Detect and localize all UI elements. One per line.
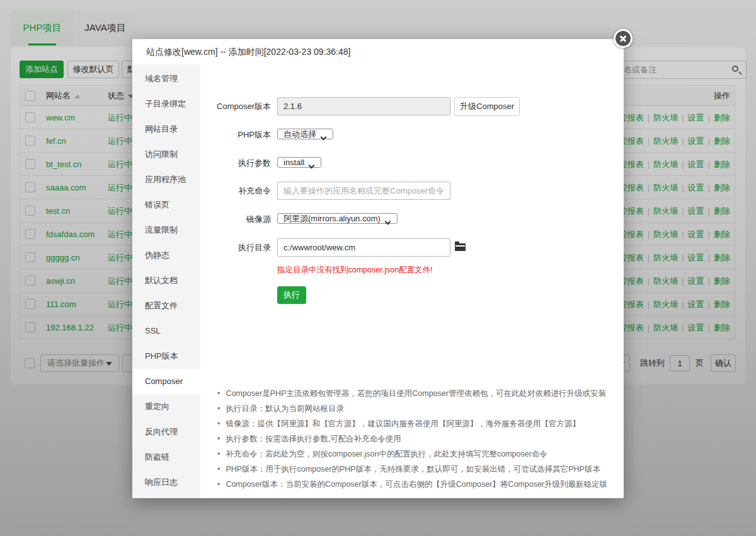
note-item: PHP版本：用于执行composer的PHP版本，无特殊要求，默认即可，如安装出…: [217, 462, 621, 477]
modal-menu-item-访问限制[interactable]: 访问限制: [132, 142, 200, 167]
modal-menu-item-伪静态[interactable]: 伪静态: [132, 243, 200, 268]
exec-param-label: 执行参数: [200, 154, 271, 173]
exec-param-select[interactable]: install: [277, 157, 321, 168]
modal-menu-item-反向代理[interactable]: 反向代理: [132, 419, 200, 445]
extra-cmd-input[interactable]: [277, 182, 450, 200]
site-modify-modal: 站点修改[wew.cm] -- 添加时间[2022-03-23 09:36:48…: [132, 39, 624, 498]
note-item: Composer是PHP主流依赖包管理器，若您的项目使用Composer管理依赖…: [217, 386, 621, 401]
modal-menu-item-默认文档[interactable]: 默认文档: [132, 268, 200, 293]
close-icon[interactable]: [614, 29, 633, 48]
composer-panel: Composer版本 升级Composer PHP版本 自动选择 执行参数 in…: [200, 64, 624, 498]
chevron-down-icon: [309, 163, 315, 168]
modal-menu-item-防盗链[interactable]: 防盗链: [132, 445, 200, 470]
composer-version-label: Composer版本: [200, 97, 271, 116]
mirror-select[interactable]: 阿里源(mirrors.aliyun.com): [277, 213, 398, 224]
modal-menu: 域名管理子目录绑定网站目录访问限制应用程序池错误页流量限制伪静态默认文档配置文件…: [132, 64, 200, 498]
error-message: 指定目录中没有找到composer.json配置文件!: [277, 265, 433, 276]
note-item: 执行目录：默认为当前网站根目录: [217, 401, 621, 416]
chevron-down-icon: [321, 134, 327, 139]
composer-notes: Composer是PHP主流依赖包管理器，若您的项目使用Composer管理依赖…: [217, 386, 621, 492]
note-item: 执行参数：按需选择执行参数,可配合补充命令使用: [217, 431, 621, 446]
modal-menu-item-SSL[interactable]: SSL: [132, 318, 200, 344]
extra-cmd-label: 补充命令: [200, 182, 271, 201]
modal-menu-item-重定向[interactable]: 重定向: [132, 394, 200, 419]
modal-title: 站点修改[wew.cm] -- 添加时间[2022-03-23 09:36:48…: [132, 39, 624, 64]
note-item: Composer版本：当前安装的Composer版本，可点击右侧的【升级Comp…: [217, 477, 621, 492]
modal-menu-item-域名管理[interactable]: 域名管理: [132, 66, 200, 91]
exec-dir-input[interactable]: [277, 238, 450, 257]
php-version-label: PHP版本: [200, 125, 271, 144]
modal-menu-item-配置文件[interactable]: 配置文件: [132, 293, 200, 318]
exec-dir-label: 执行目录: [200, 238, 271, 257]
composer-version-input: [277, 97, 450, 115]
modal-menu-item-流量限制[interactable]: 流量限制: [132, 218, 200, 243]
modal-menu-item-应用程序池[interactable]: 应用程序池: [132, 167, 200, 192]
mirror-label: 镜像源: [200, 210, 271, 229]
modal-menu-item-错误页[interactable]: 错误页: [132, 192, 200, 218]
modal-menu-item-网站目录[interactable]: 网站目录: [132, 117, 200, 142]
modal-menu-item-子目录绑定[interactable]: 子目录绑定: [132, 91, 200, 117]
note-item: 镜像源：提供【阿里源】和【官方源】，建议国内服务器使用【阿里源】，海外服务器使用…: [217, 416, 621, 431]
php-version-select[interactable]: 自动选择: [277, 129, 333, 139]
run-button[interactable]: 执行: [277, 286, 306, 304]
modal-menu-item-响应日志[interactable]: 响应日志: [132, 470, 200, 495]
modal-menu-item-Composer[interactable]: Composer: [132, 369, 200, 394]
chevron-down-icon: [384, 219, 391, 224]
upgrade-composer-button[interactable]: 升级Composer: [454, 97, 520, 116]
modal-menu-item-PHP版本[interactable]: PHP版本: [132, 344, 200, 369]
folder-open-icon[interactable]: [455, 243, 466, 251]
note-item: 补充命令：若此处为空，则按composer.json中的配置执行，此处支持填写完…: [217, 446, 621, 462]
